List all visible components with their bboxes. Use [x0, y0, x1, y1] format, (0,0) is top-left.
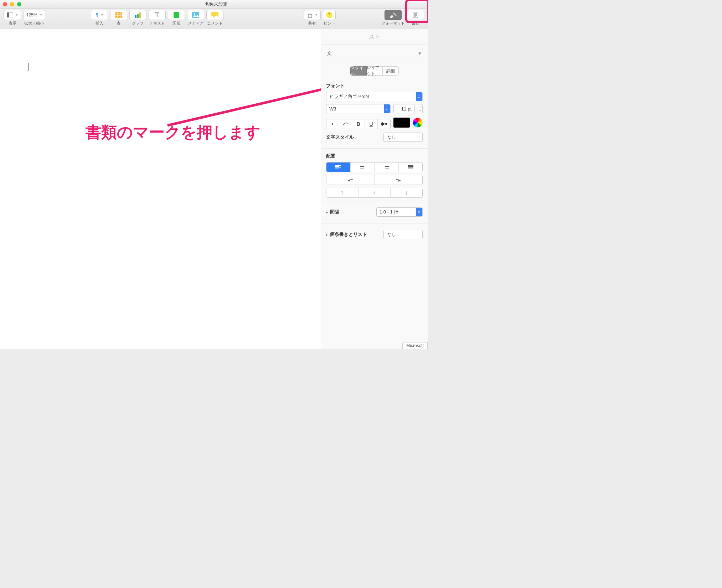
panel-tab-label-partial: スト	[369, 33, 380, 41]
comment-label: コメント	[207, 21, 223, 26]
share-button[interactable]	[304, 10, 321, 20]
bold-button[interactable]: B	[352, 119, 365, 129]
vertical-alignment: ⤒ ✳ ⤓	[326, 188, 423, 198]
titlebar: 名称未設定	[0, 0, 428, 9]
select-stepper-icon	[416, 92, 422, 101]
view-label: 表示	[9, 21, 16, 26]
table-icon	[115, 12, 122, 18]
text-button[interactable]: T	[149, 10, 166, 20]
svg-rect-9	[139, 12, 141, 18]
select-stepper-icon	[384, 104, 390, 113]
char-style-select[interactable]: なし	[383, 133, 423, 142]
media-label: メディア	[188, 21, 203, 26]
font-size-unit: pt	[408, 106, 412, 112]
underline-button[interactable]: U	[365, 119, 378, 129]
spacing-disclosure[interactable]: 間隔 1.0 - 1 行	[321, 202, 428, 222]
bullet-style-button[interactable]: •	[326, 119, 339, 129]
align-justify-button[interactable]	[399, 163, 423, 172]
align-center-button[interactable]	[351, 163, 375, 172]
bullets-select[interactable]: なし	[383, 230, 423, 239]
media-button[interactable]	[187, 10, 204, 20]
window-controls	[3, 2, 21, 6]
align-justify-icon	[408, 165, 413, 169]
tab-style[interactable]: スタイル	[350, 66, 367, 76]
close-window-button[interactable]	[3, 2, 7, 6]
paragraph-style-selector[interactable]: 文 ▼	[321, 45, 428, 62]
tab-layout[interactable]: レイアウト	[367, 66, 383, 76]
toolbar: 表示 125% 拡大／縮小 ¶ 挿入 表 グラ	[0, 9, 428, 29]
align-right-button[interactable]	[375, 163, 399, 172]
minimize-window-button[interactable]	[10, 2, 14, 6]
font-size-input[interactable]: 11 pt	[393, 104, 415, 113]
brush-icon	[389, 12, 397, 18]
hint-icon: ?	[326, 12, 332, 18]
svg-rect-8	[137, 14, 139, 18]
svg-rect-7	[135, 15, 136, 18]
insert-button[interactable]: ¶	[91, 10, 108, 20]
gear-icon: ✱▾	[381, 121, 387, 127]
font-section-label: フォント	[326, 83, 423, 89]
valign-bottom-button[interactable]: ⤓	[391, 188, 422, 197]
svg-rect-12	[211, 12, 218, 16]
align-left-button[interactable]	[326, 163, 351, 172]
font-family-value: ヒラギノ角ゴ ProN	[329, 93, 369, 100]
char-style-label: 文字スタイル	[326, 134, 354, 140]
font-gear-button[interactable]: ✱▾	[378, 119, 390, 129]
zoom-label: 拡大／縮小	[24, 21, 44, 26]
document-canvas[interactable]: 書類のマークを押します	[0, 29, 321, 349]
align-center-icon	[360, 165, 365, 169]
font-weight-value: W3	[329, 106, 336, 112]
strike-style-button[interactable]	[339, 119, 352, 129]
chart-icon	[134, 12, 141, 18]
strike-icon	[342, 122, 349, 126]
font-size-stepper[interactable]: ▴▾	[418, 104, 423, 113]
font-weight-select[interactable]: W3	[326, 104, 391, 113]
chart-button[interactable]	[129, 10, 146, 20]
tab-detail[interactable]: 詳細	[383, 66, 399, 76]
shape-button[interactable]	[168, 10, 185, 20]
select-stepper-icon	[416, 208, 422, 216]
svg-line-19	[167, 73, 321, 125]
annotation-arrow	[164, 70, 321, 127]
main-area: 書類のマークを押します スト 文 ▼ スタイル レイアウト 詳細 フォント ヒラ…	[0, 29, 428, 349]
view-button[interactable]	[4, 10, 21, 20]
insert-label: 挿入	[96, 21, 103, 26]
format-button[interactable]	[385, 10, 402, 20]
font-section: フォント ヒラギノ角ゴ ProN W3 11 pt ▴▾	[321, 78, 428, 143]
hint-button[interactable]: ?	[323, 10, 336, 20]
bullets-disclosure[interactable]: 箇条書きとリスト なし	[321, 225, 428, 244]
valign-top-button[interactable]: ⤒	[326, 188, 359, 197]
font-size-value: 11	[401, 106, 406, 112]
indent-row: ◂≡ ≡▸	[326, 175, 423, 185]
spacing-label: 間隔	[326, 209, 339, 215]
format-label: フォーマット	[381, 21, 405, 26]
footer-tag: Microsoft	[402, 342, 428, 349]
inspector-panel: スト 文 ▼ スタイル レイアウト 詳細 フォント ヒラギノ角ゴ ProN	[321, 29, 428, 349]
zoom-button[interactable]: 125%	[23, 10, 45, 20]
indent-icon: ≡▸	[396, 177, 401, 183]
comment-button[interactable]	[206, 10, 223, 20]
spacing-value: 1.0 - 1 行	[380, 209, 398, 215]
svg-point-11	[194, 13, 195, 15]
font-family-select[interactable]: ヒラギノ角ゴ ProN	[326, 92, 423, 101]
table-label: 表	[117, 21, 120, 26]
table-button[interactable]	[110, 10, 127, 20]
valign-bottom-icon: ⤓	[404, 190, 408, 196]
valign-middle-icon: ✳	[372, 190, 376, 196]
inspector-tabs: スタイル レイアウト 詳細	[346, 66, 403, 76]
text-cursor	[29, 63, 29, 71]
outdent-icon: ◂≡	[348, 177, 353, 183]
document-button[interactable]	[407, 10, 424, 20]
document-icon	[412, 12, 419, 18]
alignment-section: 配置 ◂≡ ≡▸ ⤒ ✳ ⤓	[321, 148, 428, 199]
valign-middle-button[interactable]: ✳	[359, 188, 391, 197]
indent-button[interactable]: ≡▸	[375, 175, 422, 185]
alignment-section-label: 配置	[326, 153, 423, 159]
comment-icon	[211, 12, 218, 18]
spacing-select[interactable]: 1.0 - 1 行	[376, 207, 423, 217]
text-color-swatch[interactable]	[393, 118, 410, 128]
outdent-button[interactable]: ◂≡	[326, 175, 375, 185]
color-wheel-button[interactable]	[413, 118, 423, 128]
zoom-window-button[interactable]	[17, 2, 21, 6]
text-label: テキスト	[149, 21, 165, 26]
